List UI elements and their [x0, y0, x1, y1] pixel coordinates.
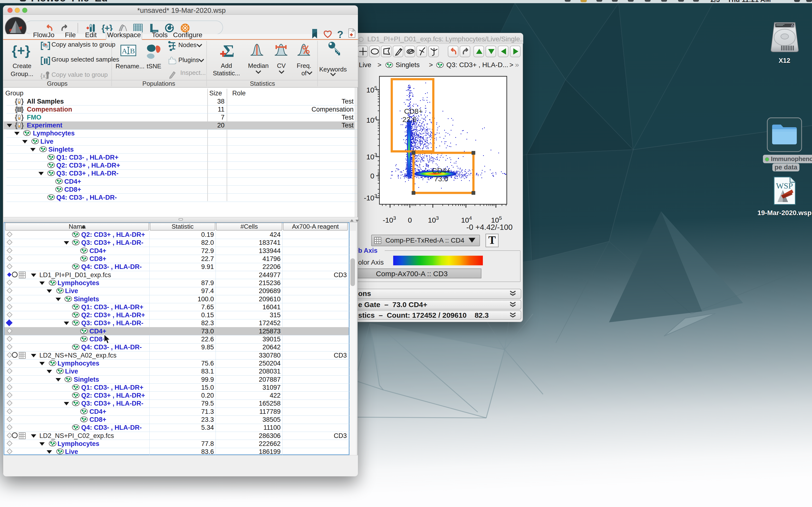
- svg-text:-10: -10: [383, 216, 393, 224]
- svg-text:3: 3: [374, 152, 377, 157]
- svg-text:B: B: [130, 47, 135, 55]
- svg-text:73.0: 73.0: [434, 175, 448, 183]
- svg-text:}: }: [21, 113, 24, 121]
- svg-text:3: 3: [393, 215, 396, 221]
- svg-text:4: 4: [469, 215, 472, 221]
- svg-text:5: 5: [374, 85, 377, 91]
- svg-text:3: 3: [436, 215, 439, 221]
- svg-text:Σ: Σ: [223, 42, 235, 60]
- svg-text:0: 0: [408, 216, 412, 224]
- svg-text:4: 4: [374, 115, 377, 121]
- svg-text:10: 10: [428, 216, 436, 224]
- svg-text:CD4+: CD4+: [432, 167, 451, 175]
- svg-text:{: {: [15, 98, 18, 105]
- svg-text:}: }: [21, 98, 24, 105]
- svg-text:CD8+: CD8+: [404, 107, 423, 115]
- svg-text:}: }: [21, 121, 24, 129]
- svg-text:3: 3: [374, 193, 377, 199]
- svg-text:22.6: 22.6: [402, 115, 416, 123]
- svg-text:WSP: WSP: [776, 181, 793, 190]
- svg-text:5: 5: [499, 215, 502, 221]
- svg-text:0: 0: [370, 172, 374, 180]
- svg-text:10: 10: [366, 116, 374, 124]
- svg-text:{: {: [15, 113, 18, 121]
- svg-text:10: 10: [366, 153, 374, 161]
- svg-text:A: A: [122, 47, 127, 55]
- svg-text:-10: -10: [364, 194, 374, 202]
- svg-text:10: 10: [366, 86, 374, 94]
- svg-text:{: {: [15, 121, 18, 129]
